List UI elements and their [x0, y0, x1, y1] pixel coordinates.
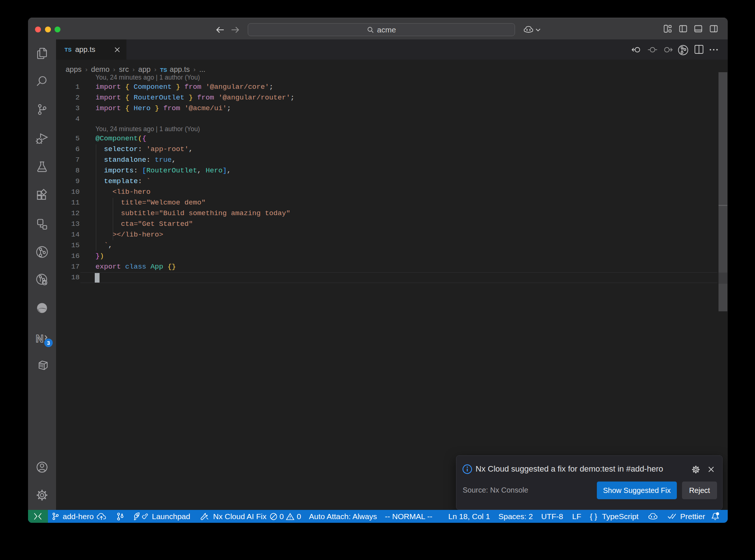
svg-text:N: N: [36, 333, 44, 344]
